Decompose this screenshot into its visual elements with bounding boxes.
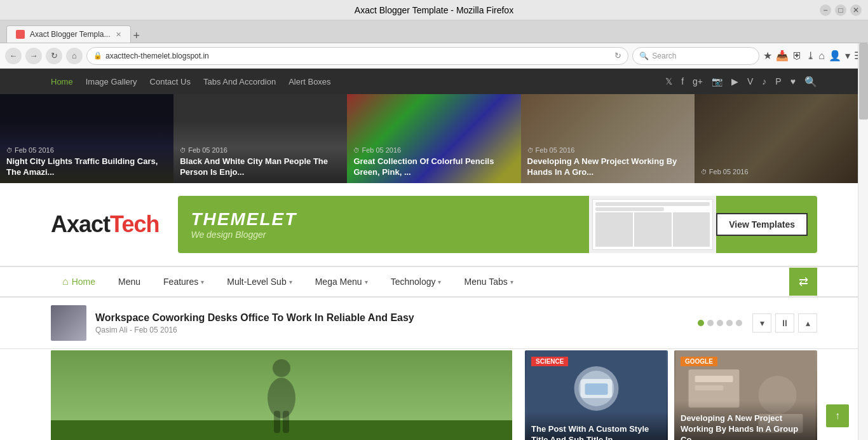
download-icon[interactable]: ⤓ (806, 50, 815, 62)
hero-slide-3[interactable]: Feb 05 2016 Great Collection Of Colorful… (347, 94, 520, 183)
hero-slide-4[interactable]: Feb 05 2016 Developing A New Project Wor… (521, 94, 695, 183)
new-tab-button[interactable]: + (133, 30, 140, 41)
scrollbar[interactable] (858, 43, 868, 440)
search-placeholder: Search (652, 52, 676, 60)
banner-text-area: THEMELET We design Blogger (178, 203, 589, 246)
home-nav-button[interactable]: ⌂ (66, 48, 83, 64)
preview-bar-2 (595, 207, 664, 211)
slide-2-title: Black And White City Man People The Pers… (180, 156, 341, 178)
twitter-icon[interactable]: 𝕏 (665, 76, 672, 86)
maximize-button[interactable]: □ (835, 4, 846, 16)
googleplus-icon[interactable]: g+ (693, 76, 703, 86)
post-card-1-overlay: The Post With A Custom Style Title And S… (525, 411, 668, 440)
refresh-button[interactable]: ↻ (46, 48, 62, 64)
pocket-icon[interactable]: 📥 (776, 50, 789, 62)
banner-ad[interactable]: THEMELET We design Blogger View Template… (178, 196, 817, 253)
topnav-image-gallery[interactable]: Image Gallery (86, 77, 137, 86)
svg-point-0 (273, 359, 290, 377)
svg-rect-11 (695, 376, 733, 382)
mainnav-features[interactable]: Features ▾ (152, 268, 215, 296)
address-refresh-icon[interactable]: ↻ (614, 51, 621, 60)
mainnav-menutabs-label: Menu Tabs (464, 277, 507, 287)
slider-down-button[interactable]: ▾ (752, 313, 771, 333)
home-icon[interactable]: ⌂ (818, 50, 825, 62)
security-icon: 🔒 (93, 52, 102, 60)
dropdown-icon[interactable]: ▾ (845, 50, 850, 62)
avatar-icon[interactable]: 👤 (829, 50, 841, 62)
right-post-card-1[interactable]: SCIENCE The Post With A Custom Style Tit… (525, 350, 668, 440)
browser-window-controls: − □ ✕ (820, 4, 862, 16)
tab-label: Axact Blogger Templa... (30, 30, 111, 39)
bookmarks-icon[interactable]: ★ (763, 50, 772, 62)
top-search-icon[interactable]: 🔍 (804, 76, 817, 88)
tab-close-icon[interactable]: ✕ (116, 31, 121, 39)
slider-up-button[interactable]: ▴ (798, 313, 817, 333)
facebook-icon[interactable]: f (681, 76, 684, 86)
address-bar[interactable]: 🔒 axacttech-themelet.blogspot.in ↻ (86, 47, 628, 65)
megamenu-chevron-icon: ▾ (365, 278, 368, 285)
slide-5-content: Feb 05 2016 (695, 163, 868, 183)
instagram-icon[interactable]: 📷 (712, 76, 722, 86)
mainnav-home-label: Home (72, 277, 95, 287)
slide-1-content: Feb 05 2016 Night City Lights Traffic Bu… (0, 141, 173, 183)
hero-slide-1[interactable]: Feb 05 2016 Night City Lights Traffic Bu… (0, 94, 173, 183)
dot-4[interactable] (726, 320, 733, 326)
right-post-card-2[interactable]: GOOGLE Developing A New Project Working … (674, 350, 817, 440)
topnav-alert-boxes[interactable]: Alert Boxes (288, 77, 330, 86)
social-icons: 𝕏 f g+ 📷 ▶ V ♪ P ♥ 🔍 (665, 76, 817, 88)
random-post-button[interactable]: ⇄ (789, 268, 817, 296)
dot-2[interactable] (707, 320, 714, 326)
slide-1-title: Night City Lights Traffic Building Cars,… (6, 156, 167, 178)
hero-slide-5[interactable]: Feb 05 2016 (695, 94, 868, 183)
active-tab[interactable]: Axact Blogger Templa... ✕ (6, 25, 131, 43)
browser-search-box[interactable]: 🔍 Search (632, 47, 759, 65)
preview-grid (595, 212, 710, 247)
topnav-tabs-accordion[interactable]: Tabs And Accordion (203, 77, 276, 86)
dot-1[interactable] (698, 320, 704, 326)
topnav-contact-us[interactable]: Contact Us (150, 77, 191, 86)
close-button[interactable]: ✕ (850, 4, 862, 16)
youtube-icon[interactable]: ▶ (731, 76, 738, 86)
scroll-to-top-button[interactable]: ↑ (826, 404, 849, 427)
vine-icon[interactable]: V (747, 76, 753, 86)
site-logo[interactable]: AxactTech (51, 211, 159, 238)
slider-pause-button[interactable]: ⏸ (775, 313, 794, 333)
features-chevron-icon: ▾ (201, 278, 204, 285)
dot-5[interactable] (736, 320, 742, 326)
banner-title: THEMELET (191, 209, 576, 230)
slide-3-date: Feb 05 2016 (353, 146, 514, 154)
mainnav-multilevel[interactable]: Mult-Level Sub ▾ (215, 268, 303, 296)
slide-2-content: Feb 05 2016 Black And White City Man Peo… (173, 141, 347, 183)
github-icon[interactable]: ♥ (790, 76, 796, 86)
mainnav-technology[interactable]: Technology ▾ (379, 268, 453, 296)
soundcloud-icon[interactable]: ♪ (762, 76, 766, 86)
shield-icon[interactable]: ⛨ (792, 50, 803, 62)
featured-post-bar: Workspace Coworking Desks Office To Work… (0, 298, 868, 349)
mainnav-menu[interactable]: Menu (107, 268, 152, 296)
featured-post-title[interactable]: Workspace Coworking Desks Office To Work… (95, 312, 691, 324)
post-card-2-title: Developing A New Project Working By Hand… (681, 413, 811, 440)
minimize-button[interactable]: − (820, 4, 831, 16)
slide-3-title: Great Collection Of Colorful Pencils Gre… (353, 156, 514, 178)
mainnav-home[interactable]: ⌂ Home (51, 267, 107, 296)
dot-3[interactable] (717, 320, 723, 326)
person-silhouette (256, 357, 307, 433)
scrollbar-thumb[interactable] (859, 43, 868, 120)
forward-button[interactable]: → (25, 48, 42, 64)
top-nav-links: Home Image Gallery Contact Us Tabs And A… (51, 77, 331, 86)
browser-title: Axact Blogger Template - Mozilla Firefox (355, 5, 513, 15)
back-button[interactable]: ← (5, 48, 22, 64)
mainnav-megamenu[interactable]: Mega Menu ▾ (304, 268, 379, 296)
view-templates-button[interactable]: View Templates (716, 213, 808, 236)
big-featured-image[interactable] (51, 350, 512, 440)
topnav-home[interactable]: Home (51, 77, 73, 86)
preview-bar-1 (595, 202, 710, 206)
main-content-right: SCIENCE The Post With A Custom Style Tit… (525, 350, 817, 440)
slide-4-content: Feb 05 2016 Developing A New Project Wor… (521, 141, 695, 183)
hero-slide-2[interactable]: Feb 05 2016 Black And White City Man Peo… (173, 94, 347, 183)
mainnav-multilevel-label: Mult-Level Sub (227, 277, 286, 287)
slide-1-date: Feb 05 2016 (6, 146, 167, 154)
pinterest-icon[interactable]: P (775, 76, 781, 86)
mainnav-menutabs[interactable]: Menu Tabs ▾ (452, 268, 524, 296)
featured-info: Workspace Coworking Desks Office To Work… (95, 312, 691, 334)
